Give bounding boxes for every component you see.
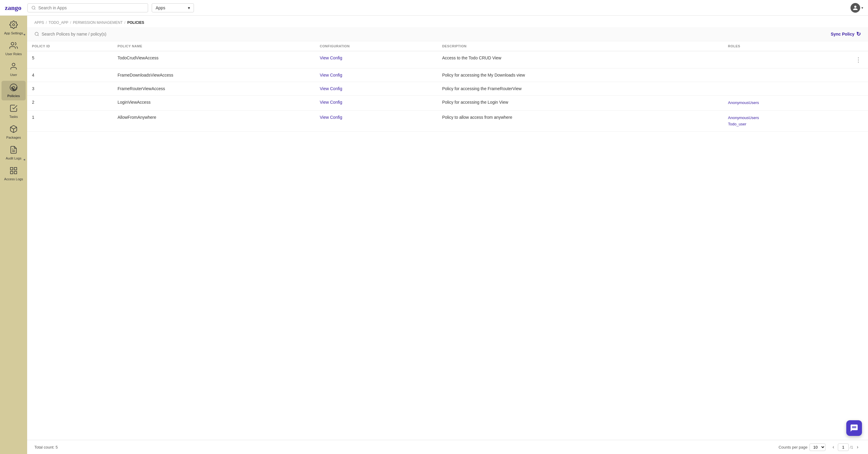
counts-per-page-select[interactable]: 10 20 50 (809, 444, 826, 451)
user-avatar-button[interactable]: ▾ (850, 3, 863, 13)
table-row: 2LoginViewAccessView ConfigPolicy for ac… (27, 96, 868, 110)
cell-description: Policy for accessing the Login View (437, 96, 723, 110)
view-config-link[interactable]: View Config (320, 56, 342, 60)
avatar (850, 3, 860, 13)
breadcrumb-todo-app[interactable]: TODO_APP (49, 21, 68, 25)
table-area: Sync Policy ↻ POLICY ID POLICY NAME CONF… (27, 27, 868, 440)
sidebar-item-app-settings[interactable]: App Settings ◀ (1, 18, 26, 38)
table-row: 1AllowFromAnywhereView ConfigPolicy to a… (27, 110, 868, 132)
sidebar-item-user-roles[interactable]: User Roles (1, 39, 26, 59)
counts-per-page: Counts per page 10 20 50 (778, 444, 825, 451)
sidebar-item-policies[interactable]: Policies (1, 81, 26, 100)
cell-policy-id: 5 (27, 51, 113, 68)
user-roles-icon (9, 41, 18, 51)
next-page-button[interactable]: › (855, 443, 861, 451)
view-config-link[interactable]: View Config (320, 86, 342, 91)
cell-policy-id: 3 (27, 82, 113, 96)
col-actions (849, 41, 868, 51)
cell-description: Access to the Todo CRUD View (437, 51, 723, 68)
policies-table: POLICY ID POLICY NAME CONFIGURATION DESC… (27, 41, 868, 132)
cell-policy-id: 4 (27, 68, 113, 82)
cell-actions (849, 82, 868, 96)
sidebar-item-tasks[interactable]: Tasks (1, 102, 26, 121)
user-icon (9, 62, 18, 72)
sidebar-item-audit-logs[interactable]: Audit Logs ◀ (1, 143, 26, 163)
table-search-row: Sync Policy ↻ (27, 27, 868, 41)
svg-line-14 (38, 35, 39, 36)
cell-actions: ⋮ (849, 51, 868, 68)
cell-roles: AnonymousUsers (723, 96, 849, 110)
avatar-chevron-icon: ▾ (861, 6, 863, 10)
table-row: 5TodoCrudViewAccessView ConfigAccess to … (27, 51, 868, 68)
table-search-input[interactable] (42, 32, 827, 36)
view-config-link[interactable]: View Config (320, 73, 342, 77)
cell-configuration: View Config (315, 110, 437, 132)
cell-description: Policy to allow access from anywhere (437, 110, 723, 132)
table-row: 3FrameRouterViewAccessView ConfigPolicy … (27, 82, 868, 96)
cell-configuration: View Config (315, 82, 437, 96)
table-search-icon (34, 32, 39, 36)
view-config-link[interactable]: View Config (320, 100, 342, 105)
sync-policy-button[interactable]: Sync Policy ↻ (831, 31, 861, 37)
cell-description: Policy for accessing the My Downloads vi… (437, 68, 723, 82)
cell-policy-name: LoginViewAccess (113, 96, 315, 110)
pagination: ‹ /1 › (830, 443, 861, 451)
sidebar-item-label: Packages (6, 136, 21, 139)
cell-roles (723, 82, 849, 96)
apps-chevron-icon: ▾ (188, 5, 190, 10)
sync-policy-label: Sync Policy (831, 32, 855, 36)
breadcrumb: APPS / TODO_APP / PERMISSION MANAGEMENT … (27, 16, 868, 27)
sidebar-arrow-icon: ◀ (23, 158, 25, 161)
main-layout: App Settings ◀ User Roles User Policies (0, 16, 868, 454)
chat-fab-button[interactable] (846, 420, 862, 436)
col-description: DESCRIPTION (437, 41, 723, 51)
sync-icon: ↻ (856, 31, 861, 37)
row-menu-button[interactable]: ⋮ (854, 56, 863, 64)
role-tag: AnonymousUsers (728, 100, 844, 106)
packages-icon (9, 125, 18, 134)
apps-selector[interactable]: Apps ▾ (152, 3, 194, 12)
prev-page-button[interactable]: ‹ (830, 443, 837, 451)
sidebar-item-label: User Roles (5, 52, 22, 56)
access-logs-icon (9, 166, 18, 176)
svg-rect-12 (10, 171, 13, 174)
app-settings-icon (9, 21, 18, 30)
view-config-link[interactable]: View Config (320, 115, 342, 120)
breadcrumb-sep-1: / (46, 21, 47, 25)
breadcrumb-permission-management[interactable]: PERMISSION MANAGEMENT (73, 21, 123, 25)
total-count-value: 5 (56, 445, 58, 450)
svg-point-3 (11, 42, 14, 45)
global-search-input[interactable] (38, 5, 144, 10)
sidebar-item-access-logs[interactable]: Access Logs (1, 164, 26, 184)
sidebar-item-user[interactable]: User (1, 60, 26, 79)
breadcrumb-apps[interactable]: APPS (34, 21, 44, 25)
breadcrumb-current: POLICIES (127, 21, 144, 25)
page-number-input[interactable] (838, 444, 849, 451)
tasks-icon (9, 104, 18, 114)
table-body: 5TodoCrudViewAccessView ConfigAccess to … (27, 51, 868, 132)
table-header: POLICY ID POLICY NAME CONFIGURATION DESC… (27, 41, 868, 51)
global-search-bar (27, 3, 148, 12)
apps-label: Apps (156, 5, 165, 10)
svg-point-0 (32, 6, 35, 9)
svg-point-2 (13, 24, 15, 26)
sidebar-item-label: App Settings (4, 31, 23, 35)
policies-icon (9, 83, 18, 93)
col-policy-name: POLICY NAME (113, 41, 315, 51)
breadcrumb-sep-2: / (70, 21, 71, 25)
svg-rect-10 (14, 168, 17, 170)
content-area: APPS / TODO_APP / PERMISSION MANAGEMENT … (27, 16, 868, 454)
cell-roles: AnonymousUsersTodo_user (723, 110, 849, 132)
sidebar-item-label: User (10, 73, 17, 77)
logo: zango (5, 4, 22, 12)
cell-configuration: View Config (315, 68, 437, 82)
page-total: /1 (850, 445, 853, 450)
counts-per-page-label: Counts per page (778, 445, 807, 450)
footer: Total count: 5 Counts per page 10 20 50 … (27, 440, 868, 454)
cell-policy-id: 1 (27, 110, 113, 132)
total-count: Total count: 5 (34, 445, 58, 450)
sidebar-item-packages[interactable]: Packages (1, 122, 26, 142)
cell-configuration: View Config (315, 96, 437, 110)
cell-policy-name: FrameRouterViewAccess (113, 82, 315, 96)
sidebar-item-label: Policies (7, 94, 20, 98)
